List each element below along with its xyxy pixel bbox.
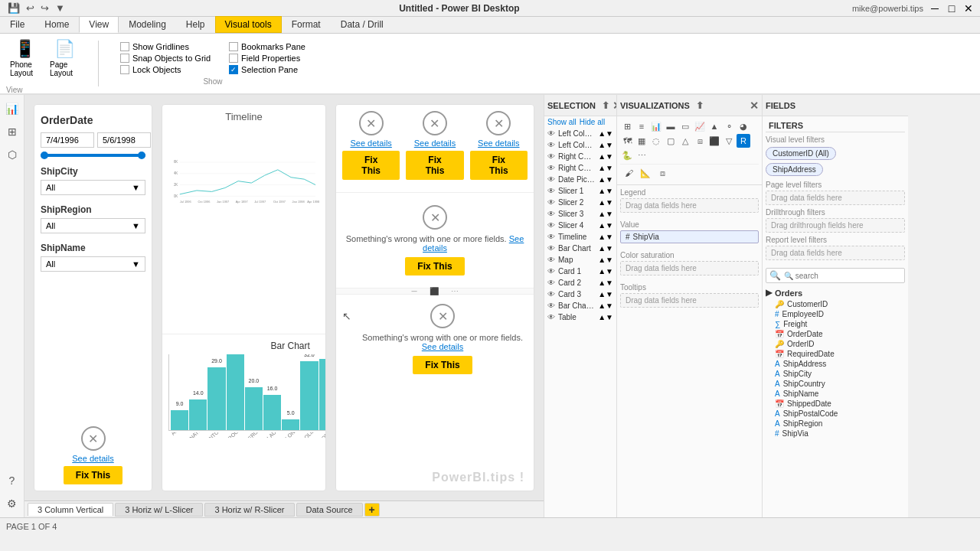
filter-chip-shipaddress[interactable]: ShipAddress bbox=[766, 163, 823, 176]
value-field-item[interactable]: # ShipVia bbox=[620, 230, 759, 243]
page-layout-btn[interactable]: 📄 Page Layout bbox=[46, 34, 83, 83]
top-error-icon-2[interactable]: ✕ bbox=[423, 111, 447, 135]
undo-btn[interactable]: ↩ bbox=[24, 2, 36, 15]
top-see-details-3[interactable]: See details bbox=[478, 139, 519, 148]
tool-report-view[interactable]: 📊 bbox=[2, 98, 23, 119]
field-employeeid[interactable]: # EmployeeID bbox=[766, 309, 905, 319]
sel-item-right-col-color[interactable]: 👁 Right Column Color ▲▼ bbox=[544, 151, 616, 162]
color-saturation-drop[interactable]: Drag data fields here bbox=[620, 261, 759, 276]
filter-chip-customerid[interactable]: CustomerID (All) bbox=[766, 147, 836, 160]
viz-icon-clustered-bar[interactable]: ▭ bbox=[678, 119, 692, 133]
sel-item-table[interactable]: 👁 Table ▲▼ bbox=[544, 311, 616, 323]
top-fix-this-btn-3[interactable]: Fix This bbox=[470, 151, 528, 180]
tool-bottom-2[interactable]: ⚙ bbox=[2, 493, 23, 514]
viz-expand-btn[interactable]: ⬆ bbox=[696, 100, 704, 111]
hide-all-btn[interactable]: Hide all bbox=[580, 118, 605, 126]
field-shipvia[interactable]: # ShipVia bbox=[766, 429, 905, 439]
date-slider-handle-right[interactable] bbox=[138, 152, 145, 159]
fields-search-input[interactable] bbox=[784, 272, 901, 280]
tool-model-view[interactable]: ⬡ bbox=[2, 144, 23, 165]
viz-icon-pie[interactable]: ◕ bbox=[737, 119, 750, 133]
bottom-right-error-icon[interactable]: ✕ bbox=[430, 304, 455, 328]
date-from-input[interactable] bbox=[41, 132, 94, 148]
tab-visual-tools[interactable]: Visual tools bbox=[215, 16, 282, 33]
tab-modeling[interactable]: Modeling bbox=[119, 16, 176, 33]
tab-format[interactable]: Format bbox=[282, 16, 331, 33]
show-gridlines-cb[interactable]: Show Gridlines bbox=[120, 42, 211, 51]
viz-icon-gauge[interactable]: ◌ bbox=[649, 134, 663, 148]
sel-item-slicer2[interactable]: 👁 Slicer 2 ▲▼ bbox=[544, 197, 616, 208]
snap-objects-cb[interactable]: Snap Objects to Grid bbox=[120, 54, 211, 63]
date-slider[interactable] bbox=[41, 154, 145, 157]
viz-icon-python[interactable]: 🐍 bbox=[620, 148, 634, 162]
bookmarks-pane-cb[interactable]: Bookmarks Pane bbox=[229, 42, 305, 51]
tooltips-drop[interactable]: Drag data fields here bbox=[620, 293, 759, 308]
middle-right-error-icon[interactable]: ✕ bbox=[423, 205, 447, 230]
viz-icon-stacked-bar[interactable]: ▬ bbox=[664, 119, 678, 133]
left-see-details[interactable]: See details bbox=[72, 454, 113, 463]
viz-icon-kpi[interactable]: △ bbox=[678, 134, 692, 148]
top-fix-this-btn-2[interactable]: Fix This bbox=[406, 151, 463, 180]
date-slider-handle-left[interactable] bbox=[41, 152, 48, 159]
viz-icon-scatter[interactable]: ⚬ bbox=[722, 119, 736, 133]
show-all-btn[interactable]: Show all bbox=[547, 118, 577, 126]
tool-bottom-1[interactable]: ? bbox=[2, 470, 23, 491]
top-fix-this-btn-1[interactable]: Fix This bbox=[342, 151, 400, 180]
save-btn[interactable]: 💾 bbox=[6, 2, 21, 15]
lock-objects-cb[interactable]: Lock Objects bbox=[120, 65, 211, 74]
sel-item-card1[interactable]: 👁 Card 1 ▲▼ bbox=[544, 266, 616, 277]
sel-item-slicer1[interactable]: 👁 Slicer 1 ▲▼ bbox=[544, 185, 616, 197]
tab-home[interactable]: Home bbox=[34, 16, 79, 33]
viz-icon-bar[interactable]: 📊 bbox=[649, 119, 663, 133]
tool-data-view[interactable]: ⊞ bbox=[2, 121, 23, 142]
sel-item-left-col-color-2[interactable]: 👁 Left Column Color ▲▼ bbox=[544, 139, 616, 151]
selection-expand-btn[interactable]: ⬆ bbox=[602, 100, 609, 111]
sel-item-card2[interactable]: 👁 Card 2 ▲▼ bbox=[544, 277, 616, 289]
top-error-icon-1[interactable]: ✕ bbox=[359, 111, 384, 135]
top-see-details-2[interactable]: See details bbox=[414, 139, 456, 148]
viz-icon-filled-map[interactable]: ⬛ bbox=[707, 134, 721, 148]
sel-item-right-col-color-2[interactable]: 👁 Right Column Color ▲▼ bbox=[544, 162, 616, 174]
minimize-btn[interactable]: ─ bbox=[929, 3, 940, 14]
ship-region-select[interactable]: All ▼ bbox=[41, 218, 145, 233]
sel-item-left-col-color[interactable]: 👁 Left Column Color ▲▼ bbox=[544, 128, 616, 139]
tab-file[interactable]: File bbox=[0, 16, 34, 33]
field-orderdate[interactable]: 📅 OrderDate bbox=[766, 329, 905, 339]
viz-icon-treemap[interactable]: ▦ bbox=[635, 134, 648, 148]
sel-item-timeline[interactable]: 👁 Timeline ▲▼ bbox=[544, 231, 616, 243]
tab-view[interactable]: View bbox=[79, 16, 119, 33]
page-tab-4[interactable]: Data Source bbox=[296, 503, 363, 517]
field-shipname[interactable]: A ShipName bbox=[766, 389, 905, 399]
sel-item-slicer3[interactable]: 👁 Slicer 3 ▲▼ bbox=[544, 208, 616, 220]
sel-item-bar-chart2[interactable]: 👁 Bar Chart 2 ▲▼ bbox=[544, 300, 616, 311]
sel-item-date-picker[interactable]: 👁 Date Picker ▲▼ bbox=[544, 174, 616, 185]
viz-icon-matrix[interactable]: ≡ bbox=[635, 119, 648, 133]
drillthrough-drop[interactable]: Drag drilthrough fields here bbox=[766, 218, 905, 233]
field-shipcity[interactable]: A ShipCity bbox=[766, 369, 905, 379]
sel-item-card3[interactable]: 👁 Card 3 ▲▼ bbox=[544, 289, 616, 300]
viz-icon-card[interactable]: ▢ bbox=[664, 134, 678, 148]
field-shippeddate[interactable]: 📅 ShippedDate bbox=[766, 399, 905, 409]
viz-icon-more[interactable]: ⋯ bbox=[635, 148, 648, 162]
viz-icon-funnel[interactable]: ▽ bbox=[722, 134, 736, 148]
field-orderid[interactable]: 🔑 OrderID bbox=[766, 339, 905, 349]
phone-layout-btn[interactable]: 📱 Phone Layout bbox=[6, 34, 43, 83]
field-shipregion[interactable]: A ShipRegion bbox=[766, 419, 905, 429]
more-qat-btn[interactable]: ▼ bbox=[54, 2, 67, 15]
viz-icon-table[interactable]: ⊞ bbox=[620, 119, 634, 133]
viz-icon-area[interactable]: ▲ bbox=[707, 119, 721, 133]
field-shipaddress[interactable]: A ShipAddress bbox=[766, 359, 905, 369]
viz-icon-slicer[interactable]: ⧇ bbox=[693, 134, 707, 148]
report-level-drop[interactable]: Drag data fields here bbox=[766, 246, 905, 260]
viz-icon-line[interactable]: 📈 bbox=[693, 119, 707, 133]
left-error-icon[interactable]: ✕ bbox=[81, 426, 106, 451]
ship-city-select[interactable]: All ▼ bbox=[41, 180, 145, 195]
redo-btn[interactable]: ↪ bbox=[39, 2, 51, 15]
orders-table-header[interactable]: ▶ Orders bbox=[766, 286, 905, 299]
tab-data-drill[interactable]: Data / Drill bbox=[331, 16, 394, 33]
page-tab-2[interactable]: 3 Horiz w/ L-Slicer bbox=[115, 503, 203, 517]
date-to-input[interactable] bbox=[97, 132, 151, 148]
selection-pane-cb[interactable]: ✓ Selection Pane bbox=[229, 65, 305, 74]
bottom-right-see-details[interactable]: See details bbox=[422, 342, 463, 351]
field-freight[interactable]: ∑ Freight bbox=[766, 319, 905, 329]
